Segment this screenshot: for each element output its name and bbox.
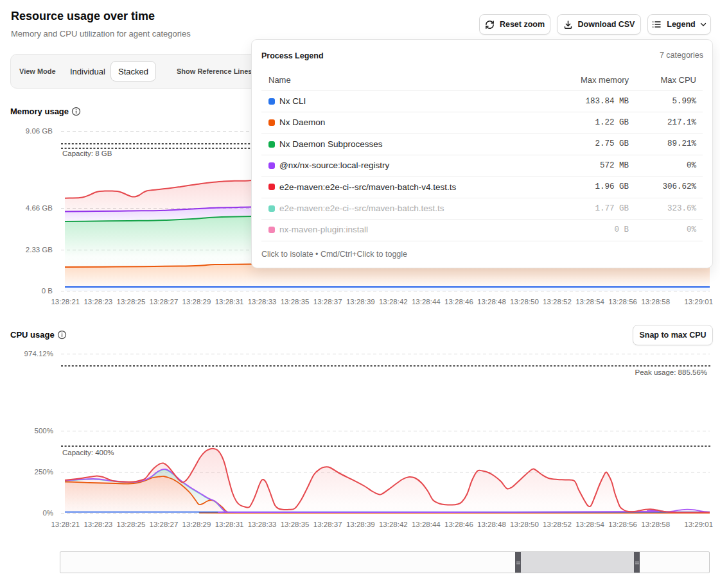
svg-text:13:28:39: 13:28:39 — [346, 521, 375, 528]
svg-text:13:28:52: 13:28:52 — [543, 298, 572, 306]
svg-text:13:28:29: 13:28:29 — [182, 521, 211, 528]
svg-text:Capacity: 8 GB: Capacity: 8 GB — [62, 150, 112, 157]
svg-text:13:28:54: 13:28:54 — [575, 298, 604, 306]
svg-text:13:28:37: 13:28:37 — [313, 521, 342, 528]
svg-text:13:28:58: 13:28:58 — [641, 298, 670, 306]
svg-text:13:28:31: 13:28:31 — [215, 521, 244, 528]
svg-text:13:28:37: 13:28:37 — [313, 298, 342, 306]
svg-text:13:28:21: 13:28:21 — [51, 521, 80, 528]
svg-text:Peak usage: 885.56%: Peak usage: 885.56% — [635, 368, 707, 376]
svg-text:13:29:01: 13:29:01 — [684, 298, 713, 306]
svg-text:13:28:33: 13:28:33 — [248, 521, 277, 528]
svg-text:13:28:54: 13:28:54 — [575, 521, 604, 528]
svg-text:13:28:56: 13:28:56 — [608, 521, 637, 528]
svg-text:13:28:42: 13:28:42 — [379, 521, 408, 528]
svg-text:13:28:25: 13:28:25 — [117, 521, 146, 528]
svg-text:13:28:33: 13:28:33 — [248, 298, 277, 306]
svg-text:13:28:48: 13:28:48 — [477, 298, 506, 306]
svg-text:13:28:35: 13:28:35 — [281, 521, 310, 528]
svg-text:13:28:27: 13:28:27 — [150, 298, 179, 306]
svg-text:13:28:23: 13:28:23 — [83, 298, 112, 306]
svg-text:13:28:39: 13:28:39 — [346, 298, 375, 306]
svg-text:2.33 GB: 2.33 GB — [26, 246, 53, 254]
svg-text:500%: 500% — [35, 427, 53, 435]
svg-text:13:28:42: 13:28:42 — [379, 298, 408, 306]
svg-text:13:28:52: 13:28:52 — [543, 521, 572, 528]
svg-text:13:28:50: 13:28:50 — [510, 521, 539, 528]
svg-text:13:28:46: 13:28:46 — [444, 521, 473, 528]
svg-text:13:28:21: 13:28:21 — [51, 298, 80, 306]
svg-text:13:28:58: 13:28:58 — [641, 521, 670, 528]
svg-text:13:28:23: 13:28:23 — [83, 521, 112, 528]
svg-text:13:28:50: 13:28:50 — [510, 298, 539, 306]
svg-text:13:28:25: 13:28:25 — [117, 298, 146, 306]
svg-text:13:28:46: 13:28:46 — [444, 298, 473, 306]
svg-text:13:28:35: 13:28:35 — [281, 298, 310, 306]
svg-text:13:28:29: 13:28:29 — [182, 298, 211, 306]
svg-text:13:28:48: 13:28:48 — [477, 521, 506, 528]
svg-text:13:28:44: 13:28:44 — [412, 298, 441, 306]
svg-text:9.06 GB: 9.06 GB — [26, 127, 53, 135]
svg-text:13:28:27: 13:28:27 — [150, 521, 179, 528]
svg-text:13:28:31: 13:28:31 — [215, 298, 244, 306]
svg-text:0%: 0% — [42, 509, 53, 517]
svg-text:Capacity: 400%: Capacity: 400% — [62, 449, 114, 456]
svg-text:250%: 250% — [35, 468, 53, 476]
svg-text:0 B: 0 B — [42, 287, 53, 295]
svg-text:974.12%: 974.12% — [24, 350, 53, 358]
svg-text:13:28:44: 13:28:44 — [412, 521, 441, 528]
svg-text:13:29:01: 13:29:01 — [684, 521, 713, 528]
svg-text:13:28:56: 13:28:56 — [608, 298, 637, 306]
